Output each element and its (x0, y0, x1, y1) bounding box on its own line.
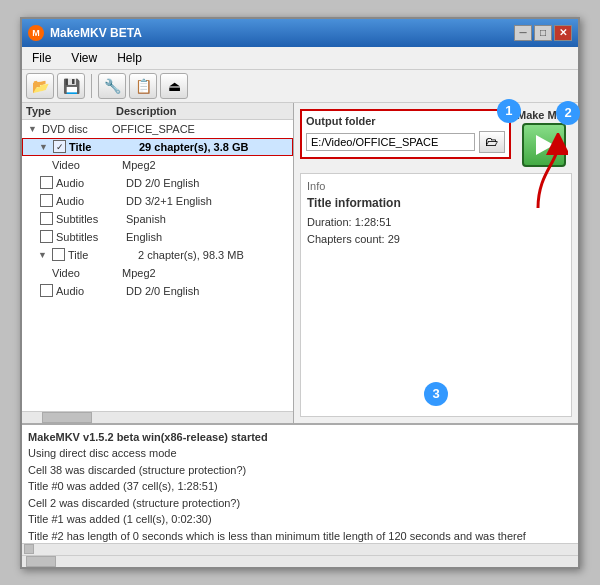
log-scroll-thumb[interactable] (24, 544, 34, 554)
log-line-4: Cell 2 was discarded (structure protecti… (28, 495, 572, 512)
tree-row-video2[interactable]: Video Mpeg2 (22, 264, 293, 282)
menu-help[interactable]: Help (111, 49, 148, 67)
toolbar-settings-btn[interactable]: 🔧 (98, 73, 126, 99)
toolbar-open-btn[interactable]: 📂 (26, 73, 54, 99)
tree-type-subs-spanish: Subtitles (56, 213, 126, 225)
tree-row-audio2[interactable]: Audio DD 3/2+1 English (22, 192, 293, 210)
tree-type-header: Type (26, 105, 116, 117)
expander-title1[interactable]: ▼ (39, 142, 53, 152)
info-chapters: Chapters count: 29 (307, 231, 565, 249)
info-title: Title information (307, 196, 565, 210)
chapters-label: Chapters count: (307, 233, 385, 245)
tree-type-video1: Video (52, 159, 122, 171)
close-button[interactable]: ✕ (554, 25, 572, 41)
tree-desc-title1: 29 chapter(s), 3.8 GB (139, 141, 248, 153)
tree-type-dvd: DVD disc (42, 123, 112, 135)
log-section: MakeMKV v1.5.2 beta win(x86-release) sta… (22, 423, 578, 543)
tree-scrollbar-h[interactable] (22, 411, 293, 423)
tree-row-title2[interactable]: ▼ Title 2 chapter(s), 98.3 MB (22, 246, 293, 264)
menu-view[interactable]: View (65, 49, 103, 67)
tree-row-dvd[interactable]: ▼ DVD disc OFFICE_SPACE (22, 120, 293, 138)
log-line-0: MakeMKV v1.5.2 beta win(x86-release) sta… (28, 429, 572, 446)
output-folder-input[interactable] (306, 133, 475, 151)
toolbar-separator-1 (91, 74, 92, 98)
tree-header: Type Description (22, 103, 293, 120)
window-controls: ─ □ ✕ (514, 25, 572, 41)
checkbox-subs-spanish[interactable] (40, 212, 53, 225)
make-mkv-container: Make MKV 2 (517, 109, 572, 167)
top-controls: Output folder 🗁 1 Make MKV (300, 109, 572, 167)
badge-1: 1 (497, 99, 521, 123)
checkbox-audio2[interactable] (40, 194, 53, 207)
tree-type-audio2: Audio (56, 195, 126, 207)
bottom-scrollbar[interactable] (22, 555, 578, 567)
left-panel: Type Description ▼ DVD disc OFFICE_SPACE… (22, 103, 294, 423)
tree-desc-subs-english: English (126, 231, 162, 243)
expander-title2[interactable]: ▼ (38, 250, 52, 260)
bottom-scroll-thumb[interactable] (26, 556, 56, 567)
output-folder-row: 🗁 (306, 131, 505, 153)
output-folder-box: Output folder 🗁 1 (300, 109, 511, 159)
info-section: Info Title information Duration: 1:28:51… (300, 173, 572, 417)
tree-desc-subs-spanish: Spanish (126, 213, 166, 225)
expander-dvd[interactable]: ▼ (28, 124, 42, 134)
tree-type-video2: Video (52, 267, 122, 279)
chapters-value: 29 (388, 233, 400, 245)
make-mkv-icon (530, 131, 558, 159)
tree-desc-title2: 2 chapter(s), 98.3 MB (138, 249, 244, 261)
tree-row-video1[interactable]: Video Mpeg2 (22, 156, 293, 174)
tree-type-subs-english: Subtitles (56, 231, 126, 243)
tree-scroll-track[interactable] (22, 412, 293, 423)
output-folder-label: Output folder (306, 115, 505, 127)
checkbox-audio3[interactable] (40, 284, 53, 297)
tree-row-subs-spanish[interactable]: Subtitles Spanish (22, 210, 293, 228)
right-panel: Output folder 🗁 1 Make MKV (294, 103, 578, 423)
tree-row-title1[interactable]: ▼ Title 29 chapter(s), 3.8 GB (22, 138, 293, 156)
tree-desc-header: Description (116, 105, 177, 117)
info-duration: Duration: 1:28:51 (307, 214, 565, 232)
main-window: M MakeMKV BETA ─ □ ✕ File View Help 📂 💾 … (20, 17, 580, 569)
tree-type-audio3: Audio (56, 285, 126, 297)
duration-label: Duration: (307, 216, 352, 228)
bottom-scroll-track[interactable] (22, 556, 578, 567)
menu-bar: File View Help (22, 47, 578, 70)
tree-type-title2: Title (68, 249, 138, 261)
checkbox-audio1[interactable] (40, 176, 53, 189)
svg-marker-0 (536, 135, 554, 155)
toolbar: 📂 💾 🔧 📋 ⏏ (22, 70, 578, 103)
tree-desc-video2: Mpeg2 (122, 267, 156, 279)
log-line-6: Title #2 has length of 0 seconds which i… (28, 528, 572, 543)
tree-scroll-thumb[interactable] (42, 412, 92, 423)
window-title: MakeMKV BETA (50, 26, 142, 40)
log-scrollbar-v[interactable] (22, 543, 578, 555)
title-bar-left: M MakeMKV BETA (28, 25, 142, 41)
maximize-button[interactable]: □ (534, 25, 552, 41)
minimize-button[interactable]: ─ (514, 25, 532, 41)
title-bar: M MakeMKV BETA ─ □ ✕ (22, 19, 578, 47)
toolbar-save-btn[interactable]: 💾 (57, 73, 85, 99)
checkbox-subs-english[interactable] (40, 230, 53, 243)
tree-body[interactable]: ▼ DVD disc OFFICE_SPACE ▼ Title 29 chapt… (22, 120, 293, 411)
make-mkv-button[interactable] (522, 123, 566, 167)
checkbox-title1[interactable] (53, 140, 66, 153)
tree-desc-audio2: DD 3/2+1 English (126, 195, 212, 207)
tree-desc-audio1: DD 2/0 English (126, 177, 199, 189)
tree-row-audio1[interactable]: Audio DD 2/0 English (22, 174, 293, 192)
tree-row-audio3[interactable]: Audio DD 2/0 English (22, 282, 293, 300)
badge-2: 2 (556, 101, 580, 125)
toolbar-log-btn[interactable]: 📋 (129, 73, 157, 99)
log-line-3: Title #0 was added (37 cell(s), 1:28:51) (28, 478, 572, 495)
tree-type-audio1: Audio (56, 177, 126, 189)
tree-type-title1: Title (69, 141, 139, 153)
tree-desc-audio3: DD 2/0 English (126, 285, 199, 297)
app-icon: M (28, 25, 44, 41)
log-line-1: Using direct disc access mode (28, 445, 572, 462)
menu-file[interactable]: File (26, 49, 57, 67)
toolbar-eject-btn[interactable]: ⏏ (160, 73, 188, 99)
checkbox-title2[interactable] (52, 248, 65, 261)
browse-folder-button[interactable]: 🗁 (479, 131, 505, 153)
badge-3: 3 (424, 382, 448, 406)
main-content: Type Description ▼ DVD disc OFFICE_SPACE… (22, 103, 578, 423)
tree-row-subs-english[interactable]: Subtitles English (22, 228, 293, 246)
log-line-2: Cell 38 was discarded (structure protect… (28, 462, 572, 479)
